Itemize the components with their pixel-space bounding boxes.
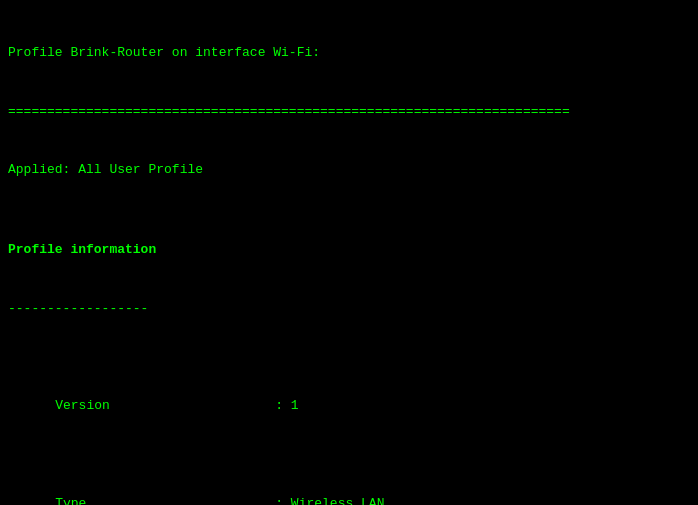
title-line: Profile Brink-Router on interface Wi-Fi: [8,43,690,63]
applied-line: Applied: All User Profile [8,160,690,180]
profile-divider: ------------------ [8,299,690,319]
terminal-window: Profile Brink-Router on interface Wi-Fi:… [8,4,690,505]
title-divider: ========================================… [8,102,690,122]
type-label: Type [55,494,275,506]
version-row: Version: 1 [8,377,690,436]
colon: : [275,398,291,413]
type-value: Wireless LAN [291,496,385,506]
version-label: Version [55,396,275,416]
version-value: 1 [291,398,299,413]
profile-info-header: Profile information [8,240,690,260]
type-row: Type: Wireless LAN [8,474,690,505]
